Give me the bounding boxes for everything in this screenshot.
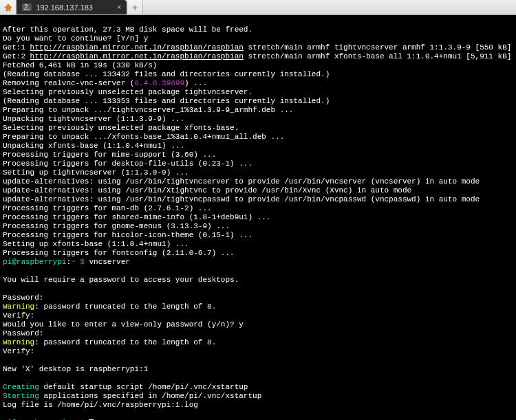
- line: Do you want to continue? [Y/n] y: [3, 34, 148, 43]
- line: (Reading database ... 133432 files and d…: [3, 70, 330, 78]
- prompt-user: pi@raspberrypi: [3, 258, 66, 266]
- terminal-output[interactable]: After this operation, 27.3 MB disk space…: [0, 15, 516, 420]
- line: Processing triggers for desktop-file-uti…: [3, 159, 252, 168]
- line: Selecting previously unselected package …: [3, 124, 239, 132]
- new-tab-button[interactable]: +: [127, 0, 143, 14]
- line: update-alternatives: using /usr/bin/tigh…: [3, 177, 480, 186]
- line: Removing realvnc-vnc-server (6.4.0.39899…: [3, 79, 207, 87]
- line: Verify:: [3, 311, 34, 320]
- line: (Reading database ... 133353 files and d…: [3, 97, 330, 105]
- warning-label: Warning: [3, 338, 34, 346]
- line: Warning: password truncated to the lengt…: [3, 338, 216, 346]
- line: Fetched 6,461 kB in 19s (330 kB/s): [3, 61, 157, 69]
- command: vncserver: [85, 258, 130, 266]
- line: Processing triggers for hicolor-icon-the…: [3, 231, 252, 239]
- tab-number: 2.: [22, 3, 32, 11]
- line: Processing triggers for mime-support (3.…: [3, 151, 216, 159]
- line: Processing triggers for shared-mime-info…: [3, 213, 270, 221]
- tab-active[interactable]: 2. 192.168.137.183 ×: [17, 0, 127, 14]
- line: update-alternatives: using /usr/bin/Xtig…: [3, 186, 411, 195]
- line: New 'X' desktop is raspberrypi:1: [3, 365, 148, 373]
- tab-title: 192.168.137.183: [36, 3, 93, 12]
- line: Setting up tightvncserver (1:1.3.9-9) ..…: [3, 168, 189, 177]
- prompt-path: ~ $: [71, 258, 85, 266]
- line: Processing triggers for fontconfig (2.11…: [3, 249, 235, 257]
- line: Creating default startup script /home/pi…: [3, 383, 248, 391]
- line: Password:: [3, 294, 43, 302]
- warning-label: Warning: [3, 302, 34, 311]
- home-icon: [3, 3, 13, 12]
- line: Would you like to enter a view-only pass…: [3, 320, 244, 329]
- url-link[interactable]: http://raspbian.mirror.net.in/raspbian/r…: [30, 52, 244, 60]
- line: Get:2 http://raspbian.mirror.net.in/rasp…: [3, 52, 511, 60]
- starting-label: Starting: [3, 392, 39, 400]
- line: Unpacking xfonts-base (1:1.0.4+nmu1) ...: [3, 142, 184, 150]
- line: Password:: [3, 329, 43, 338]
- line: Processing triggers for man-db (2.7.6.1-…: [3, 204, 212, 212]
- line: Selecting previously unselected package …: [3, 88, 252, 96]
- line: update-alternatives: using /usr/bin/tigh…: [3, 195, 480, 203]
- line: Log file is /home/pi/.vnc/raspberrypi:1.…: [3, 401, 198, 409]
- line: Warning: password truncated to the lengt…: [3, 302, 216, 311]
- prompt-line: pi@raspberrypi:~ $ vncserver: [3, 258, 130, 266]
- plus-icon: +: [132, 2, 138, 13]
- line: Setting up xfonts-base (1:1.0.4+nmu1) ..…: [3, 240, 189, 248]
- line: After this operation, 27.3 MB disk space…: [3, 25, 252, 34]
- line: Unpacking tightvncserver (1:1.3.9-9) ...: [3, 115, 184, 123]
- url-link[interactable]: http://raspbian.mirror.net.in/raspbian/r…: [30, 43, 244, 52]
- creating-label: Creating: [3, 383, 39, 391]
- line: Starting applications specified in /home…: [3, 392, 261, 400]
- line: Processing triggers for gnome-menus (3.1…: [3, 222, 230, 230]
- line: Get:1 http://raspbian.mirror.net.in/rasp…: [3, 43, 511, 52]
- line: You will require a password to access yo…: [3, 276, 239, 284]
- line: Verify:: [3, 347, 34, 355]
- line: Preparing to unpack .../tightvncserver_1…: [3, 106, 293, 114]
- line: Preparing to unpack .../xfonts-base_1%3a…: [3, 133, 284, 141]
- tab-close-button[interactable]: ×: [117, 3, 121, 11]
- titlebar: 2. 192.168.137.183 × +: [0, 0, 516, 15]
- home-button[interactable]: [0, 0, 17, 14]
